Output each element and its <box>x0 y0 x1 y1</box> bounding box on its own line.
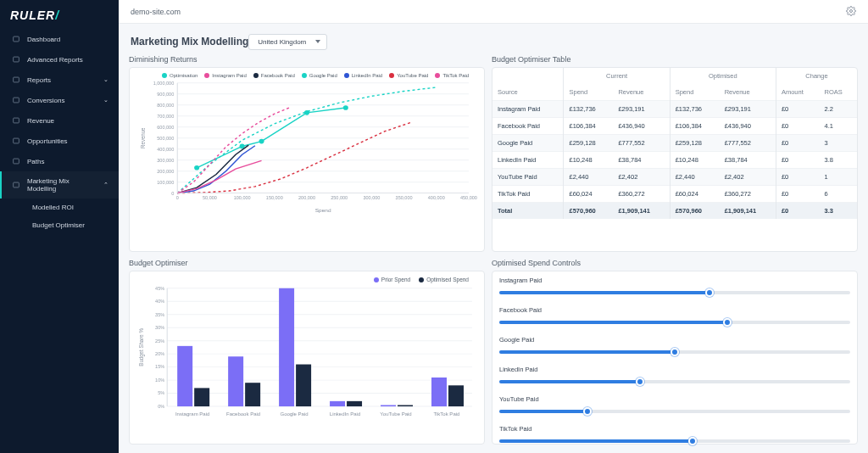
svg-text:400,000: 400,000 <box>428 195 445 200</box>
table-row: Google Paid£259,128£777,552£259,128£777,… <box>492 135 857 152</box>
dr-legend: OptimisationInstagram PaidFacebook PaidG… <box>136 73 477 78</box>
sidebar-item-marketing-mix-modelling[interactable]: Marketing Mix Modelling ⌃ <box>0 171 119 199</box>
svg-text:30%: 30% <box>155 325 164 330</box>
optimiser-table: CurrentOptimisedChangeSourceSpendRevenue… <box>492 68 857 219</box>
svg-text:300,000: 300,000 <box>363 195 380 200</box>
svg-rect-5 <box>14 138 19 143</box>
page-title: Marketing Mix Modelling <box>131 36 248 48</box>
spend-slider-facebook-paid: Facebook Paid <box>499 306 850 327</box>
svg-text:Google Paid: Google Paid <box>281 412 309 417</box>
svg-rect-84 <box>398 405 413 407</box>
card-title: Budget Optimiser Table <box>492 55 858 64</box>
spend-controls-card: Optimised Spend Controls Instagram Paid … <box>492 259 858 445</box>
budget-optimiser-chart-card: Budget Optimiser Prior Spend Optimised S… <box>129 259 485 445</box>
svg-text:0: 0 <box>176 195 179 200</box>
svg-text:35%: 35% <box>155 312 164 317</box>
table-row: Facebook Paid£106,384£436,940£106,384£43… <box>492 118 857 135</box>
slider-thumb[interactable] <box>705 288 714 297</box>
svg-text:1,000,000: 1,000,000 <box>153 81 175 86</box>
chevron-icon: ⌃ <box>103 182 108 188</box>
region-select[interactable]: United Kingdom <box>248 34 327 50</box>
card-title: Budget Optimiser <box>129 259 485 267</box>
sidebar-item-label: Marketing Mix Modelling <box>27 177 97 193</box>
legend-item: Optimisation <box>162 73 198 78</box>
spend-slider-youtube-paid: YouTube Paid <box>499 395 850 417</box>
svg-text:500,000: 500,000 <box>157 136 174 141</box>
slider-label: TikTok Paid <box>499 425 850 433</box>
sidebar-item-label: Paths <box>27 158 44 165</box>
svg-rect-2 <box>14 77 19 82</box>
sidebar: RULER/ Dashboard Advanced Reports Report… <box>0 0 119 453</box>
slider-thumb[interactable] <box>670 348 679 356</box>
sidebar-item-label: Modelled ROI <box>32 204 74 211</box>
svg-text:YouTube Paid: YouTube Paid <box>380 412 411 417</box>
diminishing-returns-card: Diminishing Returns OptimisationInstagra… <box>129 55 485 252</box>
svg-text:50,000: 50,000 <box>203 195 217 200</box>
svg-rect-77 <box>279 288 294 406</box>
settings-icon[interactable] <box>846 6 856 18</box>
region-select-wrap: United Kingdom <box>248 32 327 50</box>
svg-text:350,000: 350,000 <box>396 195 413 200</box>
svg-text:TikTok Paid: TikTok Paid <box>434 412 460 417</box>
card-title: Optimised Spend Controls <box>492 259 858 267</box>
dr-chart: 0100,000200,000300,000400,000500,000600,… <box>136 80 477 215</box>
sidebar-item-opportunities[interactable]: Opportunities <box>0 131 119 151</box>
sidebar-item-revenue[interactable]: Revenue <box>0 110 119 131</box>
sidebar-item-conversions[interactable]: Conversions ⌄ <box>0 90 119 110</box>
svg-rect-83 <box>381 405 396 407</box>
legend-label: YouTube Paid <box>397 73 428 78</box>
nav: Dashboard Advanced Reports Reports ⌄ Con… <box>0 29 119 234</box>
table-row: Instagram Paid£132,736£293,191£132,736£2… <box>492 101 857 118</box>
svg-text:Spend: Spend <box>315 207 331 214</box>
legend-label: Facebook Paid <box>261 73 295 78</box>
slider-thumb[interactable] <box>688 437 697 445</box>
svg-point-8 <box>850 9 853 12</box>
slider[interactable] <box>499 347 850 357</box>
sidebar-subitem-modelled-roi[interactable]: Modelled ROI <box>24 199 119 216</box>
svg-rect-71 <box>177 346 192 406</box>
svg-text:100,000: 100,000 <box>234 195 251 200</box>
sidebar-item-label: Opportunities <box>27 137 68 145</box>
svg-text:600,000: 600,000 <box>157 125 174 130</box>
slider-label: YouTube Paid <box>499 395 850 403</box>
svg-rect-87 <box>448 385 464 406</box>
slider[interactable] <box>499 317 850 327</box>
legend-label: TikTok Paid <box>442 73 469 78</box>
sidebar-item-advanced-reports[interactable]: Advanced Reports <box>0 49 119 70</box>
svg-text:300,000: 300,000 <box>157 158 174 163</box>
svg-text:250,000: 250,000 <box>331 195 348 200</box>
conversions-icon <box>12 96 20 104</box>
svg-rect-72 <box>194 388 209 406</box>
spend-slider-linkedin-paid: LinkedIn Paid <box>499 366 850 387</box>
revenue-icon <box>12 116 20 125</box>
svg-text:LinkedIn Paid: LinkedIn Paid <box>330 412 360 417</box>
svg-text:150,000: 150,000 <box>266 195 283 200</box>
bo-legend: Prior Spend Optimised Spend <box>136 277 477 282</box>
slider-thumb[interactable] <box>583 407 592 416</box>
svg-rect-80 <box>330 401 345 406</box>
site-name: demo-site.com <box>131 8 181 16</box>
slider-label: Google Paid <box>499 336 850 344</box>
slider-thumb[interactable] <box>636 378 644 386</box>
legend-item: LinkedIn Paid <box>344 73 382 78</box>
legend-label: Optimisation <box>170 73 198 78</box>
svg-text:900,000: 900,000 <box>157 92 174 97</box>
page-head: Marketing Mix Modelling United Kingdom <box>119 24 868 55</box>
svg-text:Instagram Paid: Instagram Paid <box>175 412 209 417</box>
svg-rect-81 <box>347 401 362 406</box>
slider[interactable] <box>499 406 850 417</box>
spend-controls: Instagram Paid Facebook Paid Google Paid… <box>492 271 858 445</box>
sidebar-item-dashboard[interactable]: Dashboard <box>0 29 119 49</box>
slider[interactable] <box>499 436 850 446</box>
table-row: LinkedIn Paid£10,248£38,784£10,248£38,78… <box>492 152 857 169</box>
bo-chart: 0%5%10%15%20%25%30%35%40%45%Budget Share… <box>136 285 477 421</box>
budget-optimiser-table-card: Budget Optimiser Table CurrentOptimisedC… <box>492 55 858 252</box>
slider-thumb[interactable] <box>723 318 732 327</box>
slider[interactable] <box>499 377 850 387</box>
sidebar-item-paths[interactable]: Paths <box>0 151 119 171</box>
sidebar-subitem-budget-optimiser[interactable]: Budget Optimiser <box>24 216 119 234</box>
sidebar-item-reports[interactable]: Reports ⌄ <box>0 70 119 90</box>
slider[interactable] <box>499 288 850 298</box>
legend-label: Prior Spend <box>381 277 410 282</box>
svg-point-43 <box>194 165 199 171</box>
